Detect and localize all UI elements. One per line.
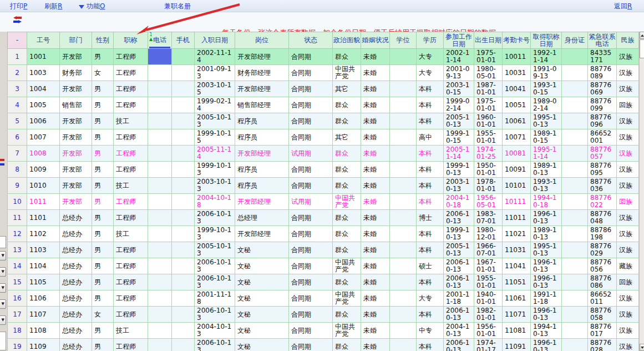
cell[interactable]: 男 <box>92 129 114 146</box>
cell[interactable]: 11081 <box>503 323 531 339</box>
cell[interactable]: 本科 <box>417 178 444 194</box>
cell[interactable]: 88776017 <box>588 323 617 339</box>
row-number[interactable]: 19 <box>7 339 27 351</box>
cell[interactable]: 合同期 <box>289 307 333 323</box>
cell[interactable] <box>172 194 195 210</box>
cell[interactable]: 10111 <box>503 194 531 210</box>
cell[interactable]: 程序员 <box>235 113 289 129</box>
cell[interactable] <box>148 194 172 210</box>
cell[interactable]: 开发部经理 <box>235 81 289 97</box>
cell[interactable]: 11051 <box>503 274 531 290</box>
cell[interactable]: 未婚 <box>361 323 390 339</box>
cell[interactable]: 2005-11-14 <box>195 146 235 162</box>
cell[interactable]: 男 <box>92 323 114 339</box>
cell[interactable]: 汉族 <box>617 307 639 323</box>
cell[interactable]: 大专 <box>417 290 444 307</box>
cell[interactable] <box>390 194 417 210</box>
cell[interactable]: 本科 <box>417 81 444 97</box>
cell[interactable]: 88776058 <box>588 307 617 323</box>
cell[interactable]: 1999-10-13 <box>444 162 474 178</box>
cell[interactable]: 开发部 <box>60 113 92 129</box>
cell[interactable]: 2006-10-13 <box>195 339 235 351</box>
cell[interactable]: 1955-01-01 <box>474 274 503 290</box>
cell[interactable]: 群众 <box>333 210 361 226</box>
cell[interactable]: 1009 <box>27 162 60 178</box>
cell[interactable]: 总经办 <box>60 242 92 258</box>
cell[interactable]: 2006-10-13 <box>195 307 235 323</box>
cell[interactable] <box>148 242 172 258</box>
cell[interactable]: 汉族 <box>617 49 639 65</box>
cell[interactable]: 合同期 <box>289 290 333 307</box>
cell[interactable]: 中国共产党 <box>333 290 361 307</box>
cell[interactable]: 汉族 <box>617 146 639 162</box>
cell[interactable]: 88776089 <box>588 65 617 81</box>
row-number[interactable]: 1 <box>7 49 27 65</box>
row-number[interactable]: 5 <box>7 113 27 129</box>
cell[interactable]: 1989-10-15 <box>531 129 562 146</box>
cell[interactable]: 88776048 <box>588 210 617 226</box>
cell[interactable]: 开发部 <box>60 129 92 146</box>
cell[interactable]: 2005-10-13 <box>195 242 235 258</box>
cell[interactable]: 10071 <box>503 129 531 146</box>
cell[interactable]: 男 <box>92 81 114 97</box>
cell[interactable] <box>562 49 588 65</box>
cell[interactable]: 11021 <box>503 226 531 242</box>
cell[interactable]: 总经办 <box>60 210 92 226</box>
cell[interactable]: 1989-10-13 <box>531 226 562 242</box>
cell[interactable]: 合同期 <box>289 49 333 65</box>
cell[interactable]: 未婚 <box>361 194 390 210</box>
cell[interactable]: 未婚 <box>361 162 390 178</box>
cell[interactable]: 工程师 <box>114 339 148 351</box>
column-header-18[interactable]: 身份证 <box>562 32 588 49</box>
cell[interactable]: 1982-01-01 <box>474 307 503 323</box>
cell[interactable] <box>172 129 195 146</box>
row-number[interactable]: 9 <box>7 178 27 194</box>
cell[interactable]: 1989-02-14 <box>531 97 562 113</box>
cell[interactable] <box>148 65 172 81</box>
cell[interactable]: 程序员 <box>235 129 289 146</box>
cell[interactable]: 汉族 <box>617 113 639 129</box>
cell[interactable]: 1999-02-14 <box>195 97 235 113</box>
cell[interactable] <box>390 81 417 97</box>
cell[interactable]: 总经办 <box>60 274 92 290</box>
cell[interactable]: 开发部经理 <box>235 226 289 242</box>
cell[interactable] <box>172 65 195 81</box>
cell[interactable]: 本科 <box>417 146 444 162</box>
cell[interactable] <box>390 65 417 81</box>
cell[interactable]: 2006-10-13 <box>195 210 235 226</box>
cell[interactable]: 其它 <box>333 129 361 146</box>
cell[interactable] <box>390 49 417 65</box>
cell[interactable]: 2002-11-14 <box>195 49 235 65</box>
menu-parttime-roster[interactable]: 兼职名册 <box>162 2 193 11</box>
cell[interactable]: 男 <box>92 274 114 290</box>
cell[interactable]: 女 <box>92 65 114 81</box>
cell[interactable]: 1999-10-15 <box>195 129 235 146</box>
cell[interactable]: 合同期 <box>289 226 333 242</box>
menu-print[interactable]: 打印P <box>8 2 29 11</box>
cell[interactable]: 博士 <box>417 210 444 226</box>
cell[interactable]: 1980-05-01 <box>474 65 503 81</box>
cell[interactable]: 本科 <box>417 113 444 129</box>
cell[interactable] <box>390 129 417 146</box>
cell[interactable]: 群众 <box>333 49 361 65</box>
cell[interactable]: 汉族 <box>617 226 639 242</box>
cell[interactable]: 1996-10-13 <box>531 258 562 274</box>
cell[interactable] <box>562 307 588 323</box>
cell[interactable]: 文秘 <box>235 339 289 351</box>
cell[interactable]: 男 <box>92 146 114 162</box>
cell[interactable] <box>562 97 588 113</box>
cell[interactable] <box>390 258 417 274</box>
cell[interactable]: 汉族 <box>617 65 639 81</box>
cell[interactable]: 11061 <box>503 290 531 307</box>
cell[interactable]: 未婚 <box>361 113 390 129</box>
cell[interactable]: 群众 <box>333 113 361 129</box>
cell[interactable]: 88776022 <box>588 194 617 210</box>
cell[interactable]: 回族 <box>617 97 639 113</box>
cell[interactable]: 合同期 <box>289 323 333 339</box>
scroll-down-button[interactable] <box>640 344 644 351</box>
cell[interactable]: 1996-10-13 <box>531 307 562 323</box>
cell[interactable]: 合同期 <box>289 258 333 274</box>
cell[interactable]: 2006-10-13 <box>195 274 235 290</box>
cell[interactable] <box>390 323 417 339</box>
cell[interactable]: 1983-07-01 <box>474 210 503 226</box>
